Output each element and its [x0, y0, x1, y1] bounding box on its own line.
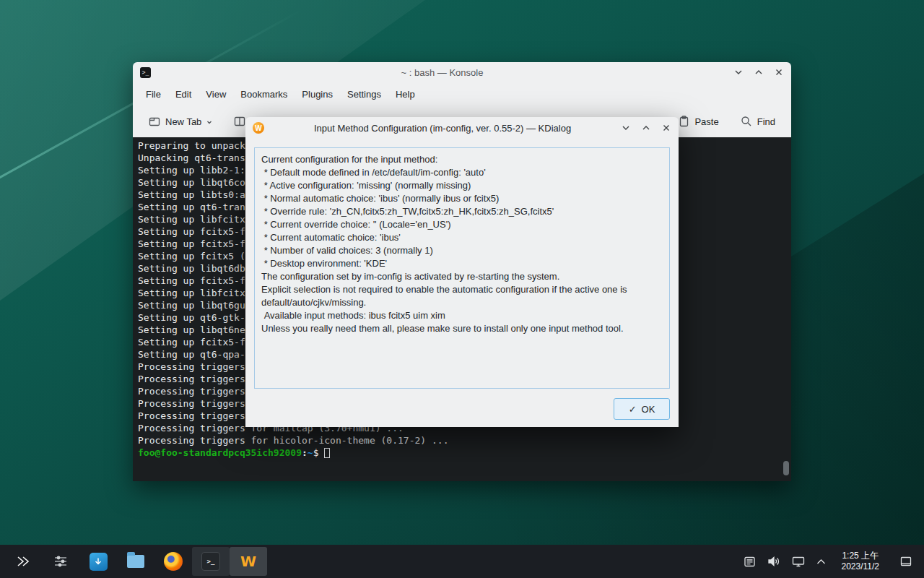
dialog-message-line: * Active configuration: 'missing' (norma…: [261, 179, 663, 192]
chevron-up-icon: [816, 558, 826, 565]
kdialog-titlebar[interactable]: W Input Method Configuration (im-config,…: [245, 117, 679, 139]
kdialog-window: W Input Method Configuration (im-config,…: [245, 117, 679, 427]
dialog-message-line: * Current automatic choice: 'ibus': [261, 231, 663, 244]
terminal-prompt-line: foo@foo-standardpcq35ich92009:~$: [138, 447, 791, 459]
show-desktop-icon: [900, 556, 912, 567]
new-tab-label: New Tab: [165, 116, 201, 127]
check-icon: ✓: [629, 404, 637, 415]
dialog-message-line: * Override rule: 'zh_CN,fcitx5:zh_TW,fci…: [261, 205, 663, 218]
dialog-message-line: Available input methods: ibus fcitx5 uim…: [261, 309, 663, 322]
tray-expander-button[interactable]: [816, 558, 826, 565]
konsole-titlebar[interactable]: >_ ~ : bash — Konsole: [133, 62, 791, 82]
split-view-icon: [234, 116, 245, 127]
new-tab-icon: [149, 116, 160, 127]
prompt-symbol: $: [313, 447, 319, 459]
clock-time: 1:25 上午: [842, 551, 880, 561]
taskbar-item-file-manager[interactable]: [117, 547, 154, 576]
dialog-message-line: * Desktop environment: 'KDE': [261, 257, 663, 270]
minimize-icon[interactable]: [733, 67, 744, 77]
terminal-scrollbar[interactable]: [783, 461, 789, 475]
menu-item[interactable]: Settings: [340, 85, 388, 103]
prompt-user-host: foo@foo-standardpcq35ich92009: [138, 447, 302, 459]
display-tray-button[interactable]: [792, 556, 805, 567]
close-icon[interactable]: [774, 67, 784, 77]
find-label: Find: [757, 116, 775, 127]
taskbar-item-im-config[interactable]: W: [230, 547, 267, 576]
ok-button-label: OK: [642, 404, 655, 415]
menu-item[interactable]: View: [199, 85, 233, 103]
dialog-message-line: * Current override choice: '' (Locale='e…: [261, 218, 663, 231]
menu-item[interactable]: File: [139, 85, 168, 103]
notifications-icon: [744, 556, 756, 568]
system-tray: 1:25 上午 2023/11/2: [744, 548, 920, 574]
dialog-message-line: Unless you really need them all, please …: [261, 322, 663, 335]
taskbar-item-firefox[interactable]: [154, 547, 192, 576]
minimize-icon[interactable]: [621, 123, 631, 133]
close-icon[interactable]: [661, 123, 671, 133]
speaker-icon: [767, 556, 780, 567]
search-icon: [741, 116, 752, 127]
menu-item[interactable]: Plugins: [295, 85, 340, 103]
paste-label: Paste: [694, 116, 718, 127]
menu-item[interactable]: Help: [388, 85, 422, 103]
menu-item[interactable]: Edit: [168, 85, 199, 103]
paste-button[interactable]: Paste: [673, 111, 724, 131]
clock-widget[interactable]: 1:25 上午 2023/11/2: [837, 551, 884, 572]
dialog-message-line: * Default mode defined in /etc/default/i…: [261, 166, 663, 179]
find-button[interactable]: Find: [735, 111, 781, 131]
im-config-w-icon: W: [240, 553, 256, 570]
kde-launcher-icon: [15, 555, 31, 568]
sliders-icon: [53, 555, 68, 568]
app-launcher-button[interactable]: [4, 547, 42, 576]
clock-date: 2023/11/2: [842, 561, 880, 572]
maximize-icon[interactable]: [754, 67, 764, 77]
notifications-tray-button[interactable]: [744, 556, 756, 568]
discover-icon: [90, 553, 108, 571]
dialog-message-line: * Number of valid choices: 3 (normally 1…: [261, 244, 663, 257]
konsole-window-title: ~ : bash — Konsole: [157, 67, 728, 78]
paste-icon: [679, 116, 689, 127]
im-config-icon: W: [253, 122, 264, 134]
taskbar-panel: >_ W 1:25 上午 2023/11/2: [0, 545, 924, 578]
taskbar-item-discover[interactable]: [79, 547, 117, 576]
konsole-icon: >_: [201, 552, 220, 571]
ok-button[interactable]: ✓ OK: [614, 398, 670, 420]
new-tab-button[interactable]: New Tab: [143, 111, 218, 131]
volume-tray-button[interactable]: [767, 556, 780, 567]
taskbar-item-konsole[interactable]: >_: [192, 547, 230, 576]
dialog-message-line: * Normal automatic choice: 'ibus' (norma…: [261, 192, 663, 205]
konsole-menu-bar: FileEditViewBookmarksPluginsSettingsHelp: [133, 82, 791, 105]
konsole-window-icon: >_: [140, 67, 151, 78]
mixer-widget-button[interactable]: [42, 547, 79, 576]
kdialog-title: Input Method Configuration (im-config, v…: [270, 123, 615, 134]
maximize-icon[interactable]: [641, 123, 651, 133]
display-icon: [792, 556, 805, 567]
dialog-message-frame: Current configuration for the input meth…: [254, 147, 670, 389]
dialog-message-line: Explicit selection is not required to en…: [261, 283, 663, 309]
dialog-message-line: Current configuration for the input meth…: [261, 153, 663, 166]
firefox-icon: [164, 552, 183, 571]
prompt-path: ~: [308, 447, 313, 459]
folder-icon: [127, 555, 144, 568]
chevron-down-icon: [206, 116, 212, 127]
prompt-separator: :: [302, 447, 308, 459]
show-desktop-button[interactable]: [898, 548, 914, 574]
terminal-cursor: [324, 448, 330, 458]
dialog-message-line: The configuration set by im-config is ac…: [261, 270, 663, 283]
terminal-line: Processing triggers for hicolor-icon-the…: [138, 434, 791, 447]
menu-item[interactable]: Bookmarks: [233, 85, 295, 103]
